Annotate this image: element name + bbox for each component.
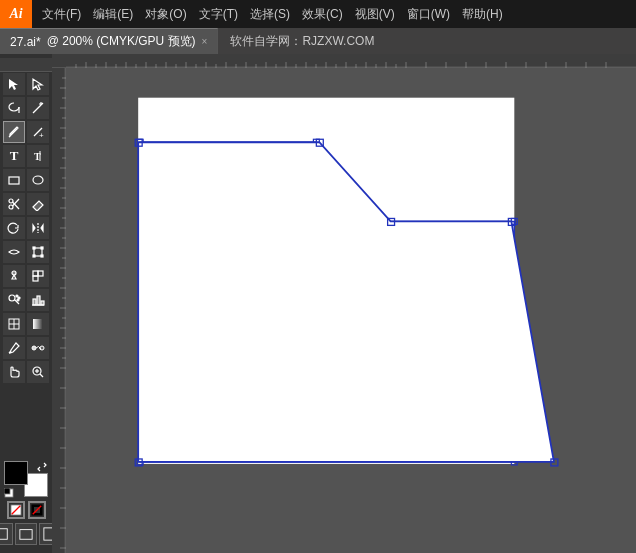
main-shape-svg <box>66 68 636 553</box>
width-tool[interactable] <box>3 241 25 263</box>
canvas-area <box>52 54 636 553</box>
tab-bar: 27.ai* @ 200% (CMYK/GPU 预览) × 软件自学网：RJZX… <box>0 28 636 54</box>
menu-select[interactable]: 选择(S) <box>244 0 296 28</box>
tab-close-button[interactable]: × <box>202 36 208 47</box>
ruler-left <box>52 68 66 553</box>
blend-tool[interactable] <box>27 337 49 359</box>
menu-bar: 文件(F) 编辑(E) 对象(O) 文字(T) 选择(S) 效果(C) 视图(V… <box>32 0 636 28</box>
svg-rect-19 <box>41 247 43 249</box>
svg-rect-32 <box>37 296 40 305</box>
svg-rect-52 <box>0 529 7 540</box>
menu-file[interactable]: 文件(F) <box>36 0 87 28</box>
mesh-tool[interactable] <box>3 313 25 335</box>
active-tab[interactable]: 27.ai* @ 200% (CMYK/GPU 预览) × <box>0 28 218 54</box>
svg-rect-47 <box>4 488 10 494</box>
ruler-top <box>52 54 636 68</box>
menu-view[interactable]: 视图(V) <box>349 0 401 28</box>
pen-tool[interactable] <box>3 121 25 143</box>
svg-rect-38 <box>33 319 43 329</box>
tool-row-1 <box>0 73 52 95</box>
tool-row-8 <box>0 241 52 263</box>
tool-row-10 <box>0 289 52 311</box>
fill-indicator[interactable] <box>7 501 25 519</box>
magic-wand-tool[interactable] <box>27 97 49 119</box>
tool-row-2 <box>0 97 52 119</box>
color-section <box>0 457 52 549</box>
svg-rect-54 <box>44 528 52 540</box>
puppet-warp-tool[interactable] <box>3 265 25 287</box>
svg-marker-1 <box>33 79 42 90</box>
tool-row-5 <box>0 169 52 191</box>
menu-help[interactable]: 帮助(H) <box>456 0 509 28</box>
rectangle-tool[interactable] <box>3 169 25 191</box>
tool-row-4: T T <box>0 145 52 167</box>
full-screen-mode[interactable] <box>39 523 52 545</box>
tool-row-3: + <box>0 121 52 143</box>
eraser-tool[interactable] <box>27 193 49 215</box>
svg-rect-31 <box>33 299 36 305</box>
svg-point-9 <box>33 176 43 184</box>
folder-shape[interactable] <box>138 142 554 462</box>
svg-point-40 <box>32 346 36 350</box>
symbol-sprayer-tool[interactable] <box>3 289 25 311</box>
tab-view-info: @ 200% (CMYK/GPU 预览) <box>47 33 196 50</box>
toolbar-ruler <box>0 58 52 72</box>
tool-row-12 <box>0 337 52 359</box>
full-screen-with-menubar[interactable] <box>15 523 37 545</box>
eyedropper-tool[interactable] <box>3 337 25 359</box>
menu-edit[interactable]: 编辑(E) <box>87 0 139 28</box>
gradient-tool[interactable] <box>27 313 49 335</box>
svg-marker-15 <box>33 225 35 231</box>
svg-point-30 <box>17 299 19 301</box>
svg-marker-16 <box>41 225 43 231</box>
add-anchor-point-tool[interactable]: + <box>27 121 49 143</box>
normal-screen-mode[interactable] <box>0 523 13 545</box>
zoom-tool[interactable] <box>27 361 49 383</box>
svg-line-43 <box>40 374 43 377</box>
free-transform-tool[interactable] <box>27 241 49 263</box>
default-colors-icon[interactable] <box>4 487 14 497</box>
svg-rect-33 <box>41 301 44 305</box>
tool-row-9 <box>0 265 52 287</box>
svg-rect-8 <box>9 177 19 184</box>
main-layout: + T T <box>0 54 636 553</box>
menu-type[interactable]: 文字(T) <box>193 0 244 28</box>
scissors-tool[interactable] <box>3 193 25 215</box>
stroke-indicator[interactable] <box>28 501 46 519</box>
tool-row-11 <box>0 313 52 335</box>
canvas-content[interactable] <box>66 68 636 553</box>
svg-point-28 <box>16 295 18 297</box>
type-tool[interactable]: T <box>3 145 25 167</box>
lasso-tool[interactable] <box>3 97 25 119</box>
svg-line-3 <box>33 105 41 113</box>
svg-rect-53 <box>20 530 32 540</box>
menu-window[interactable]: 窗口(W) <box>401 0 456 28</box>
ellipse-tool[interactable] <box>27 169 49 191</box>
svg-rect-23 <box>33 271 38 276</box>
direct-selection-tool[interactable] <box>27 73 49 95</box>
selection-tool[interactable] <box>3 73 25 95</box>
tab-filename: 27.ai* <box>10 35 41 49</box>
color-swatches[interactable] <box>4 461 48 497</box>
title-bar: Ai 文件(F) 编辑(E) 对象(O) 文字(T) 选择(S) 效果(C) 视… <box>0 0 636 28</box>
svg-rect-18 <box>33 247 35 249</box>
svg-rect-20 <box>33 255 35 257</box>
vertical-type-tool[interactable]: T <box>27 145 49 167</box>
column-graph-tool[interactable] <box>27 289 49 311</box>
svg-line-4 <box>9 136 10 137</box>
tool-row-13 <box>0 361 52 383</box>
foreground-color-swatch[interactable] <box>4 461 28 485</box>
svg-rect-21 <box>41 255 43 257</box>
hand-tool[interactable] <box>3 361 25 383</box>
svg-marker-0 <box>9 79 18 90</box>
tool-row-6 <box>0 193 52 215</box>
svg-rect-25 <box>33 276 38 281</box>
menu-effect[interactable]: 效果(C) <box>296 0 349 28</box>
rotate-tool[interactable] <box>3 217 25 239</box>
screen-mode-row <box>0 523 52 545</box>
shape-builder-tool[interactable] <box>27 265 49 287</box>
swap-colors-icon[interactable] <box>36 461 48 473</box>
app-logo: Ai <box>0 0 32 28</box>
reflect-tool[interactable] <box>27 217 49 239</box>
menu-object[interactable]: 对象(O) <box>139 0 192 28</box>
